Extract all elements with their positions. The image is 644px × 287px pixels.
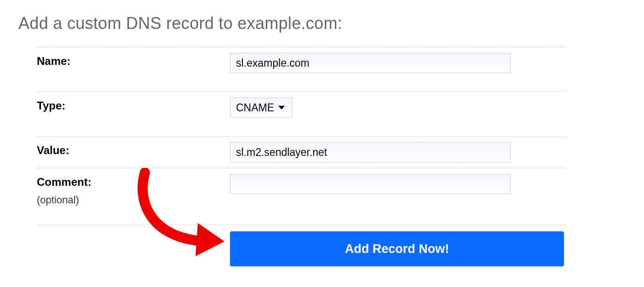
type-select[interactable]: CNAME [230,98,292,118]
value-row: Value: [37,136,566,168]
dns-record-form: Name: Type: CNAME Value: Comment: (optio… [37,47,566,266]
type-selected-value: CNAME [236,102,274,114]
page-title: Add a custom DNS record to example.com: [18,14,626,33]
comment-label: Comment: (optional) [37,174,230,206]
chevron-down-icon [278,105,285,110]
comment-row: Comment: (optional) [37,168,566,225]
comment-input[interactable] [230,174,511,194]
add-record-button[interactable]: Add Record Now! [230,231,564,266]
value-input[interactable] [230,142,511,162]
name-label: Name: [37,53,230,68]
name-row: Name: [37,47,566,92]
comment-label-text: Comment: [37,176,92,188]
value-label: Value: [37,142,230,157]
submit-row: Add Record Now! [230,225,566,266]
type-label: Type: [37,98,230,112]
comment-optional-text: (optional) [37,194,230,206]
name-input[interactable] [230,53,511,73]
type-row: Type: CNAME [37,92,566,136]
